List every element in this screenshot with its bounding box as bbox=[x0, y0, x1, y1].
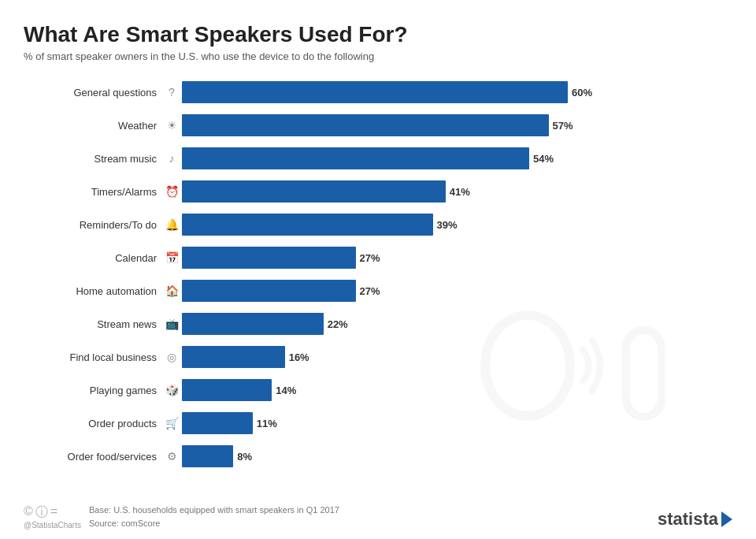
bar-track: 57% bbox=[182, 114, 732, 136]
bar-row: Weather☀57% bbox=[24, 110, 732, 141]
bar-label: Timers/Alarms bbox=[24, 186, 161, 198]
brand-arrow-icon bbox=[721, 511, 732, 527]
bar-fill bbox=[182, 280, 356, 302]
bar-label: Weather bbox=[24, 120, 161, 132]
bar-fill bbox=[182, 412, 253, 434]
bar-row: Stream music♪54% bbox=[24, 143, 732, 174]
bar-value: 27% bbox=[360, 252, 380, 264]
bar-value: 54% bbox=[533, 153, 554, 165]
base-text: Base: U.S. households equipped with smar… bbox=[89, 504, 339, 517]
bar-row: Playing games🎲14% bbox=[24, 374, 732, 406]
bar-icon: ♪ bbox=[161, 152, 182, 165]
bar-fill bbox=[182, 379, 272, 401]
bar-row: Home automation🏠27% bbox=[24, 275, 732, 307]
bar-value: 60% bbox=[572, 87, 592, 99]
chart-subtitle: % of smart speaker owners in the U.S. wh… bbox=[24, 50, 732, 62]
bar-fill bbox=[182, 214, 433, 236]
infographic-container: What Are Smart Speakers Used For? % of s… bbox=[0, 0, 756, 539]
bar-label: Stream music bbox=[24, 153, 161, 165]
bar-fill bbox=[182, 81, 568, 103]
bar-value: 27% bbox=[360, 285, 380, 297]
bar-icon: 🎲 bbox=[161, 384, 182, 396]
chart-title: What Are Smart Speakers Used For? bbox=[24, 22, 732, 47]
bar-row: Stream news📺22% bbox=[24, 308, 732, 340]
bar-icon: 🔔 bbox=[161, 218, 182, 231]
bar-track: 54% bbox=[182, 147, 732, 169]
bar-fill bbox=[182, 346, 285, 368]
bar-fill bbox=[182, 247, 356, 269]
bar-icon: ? bbox=[161, 86, 182, 99]
bar-label: Find local business bbox=[24, 351, 161, 363]
bar-track: 11% bbox=[182, 412, 732, 434]
bar-icon: 🏠 bbox=[161, 284, 182, 297]
bar-row: Order food/services⚙8% bbox=[24, 440, 732, 472]
bar-value: 39% bbox=[437, 219, 458, 231]
brand-name: statista bbox=[658, 509, 718, 530]
footer-left: © ⓘ = @StatistaCharts Base: U.S. househo… bbox=[24, 504, 339, 530]
bar-value: 8% bbox=[237, 451, 252, 463]
bar-icon: 🛒 bbox=[161, 417, 182, 429]
bar-fill bbox=[182, 445, 233, 467]
bar-label: Reminders/To do bbox=[24, 219, 161, 231]
bar-value: 14% bbox=[276, 385, 296, 396]
bar-icon: 📅 bbox=[161, 251, 182, 264]
footer-text: Base: U.S. households equipped with smar… bbox=[89, 504, 339, 530]
bar-track: 39% bbox=[182, 214, 732, 236]
bar-row: Order products🛒11% bbox=[24, 407, 732, 439]
bar-row: Timers/Alarms⏰41% bbox=[24, 176, 732, 207]
bar-fill bbox=[182, 147, 529, 169]
bar-value: 41% bbox=[450, 186, 470, 198]
source-text: Source: comScore bbox=[89, 517, 339, 530]
bar-track: 22% bbox=[182, 313, 732, 335]
bar-label: Order products bbox=[24, 418, 161, 429]
statista-brand: statista bbox=[658, 509, 732, 530]
bar-track: 60% bbox=[182, 81, 732, 103]
bar-row: Calendar📅27% bbox=[24, 242, 732, 273]
cc-icons-group: © ⓘ = @StatistaCharts bbox=[24, 504, 81, 530]
chart-footer: © ⓘ = @StatistaCharts Base: U.S. househo… bbox=[24, 504, 732, 530]
bar-value: 16% bbox=[289, 351, 309, 363]
bar-value: 11% bbox=[257, 418, 277, 429]
bar-fill bbox=[182, 114, 549, 136]
bar-icon: 📺 bbox=[161, 318, 182, 330]
info-icon: ⓘ bbox=[35, 504, 48, 521]
bar-track: 27% bbox=[182, 247, 732, 269]
bar-track: 27% bbox=[182, 280, 732, 302]
bar-icon: ⚙ bbox=[161, 450, 182, 463]
cc-icon: © bbox=[24, 504, 33, 521]
equals-icon: = bbox=[50, 504, 57, 521]
bar-value: 57% bbox=[553, 120, 573, 132]
bar-label: Home automation bbox=[24, 285, 161, 297]
bar-track: 16% bbox=[182, 346, 732, 368]
bar-icon: ☀ bbox=[161, 119, 182, 132]
bar-row: General questions?60% bbox=[24, 76, 732, 108]
bar-track: 14% bbox=[182, 379, 732, 401]
bar-row: Reminders/To do🔔39% bbox=[24, 209, 732, 240]
bar-fill bbox=[182, 313, 324, 335]
statista-handle: @StatistaCharts bbox=[24, 521, 81, 530]
bar-fill bbox=[182, 180, 446, 203]
bar-label: Stream news bbox=[24, 318, 161, 330]
bar-chart: General questions?60%Weather☀57%Stream m… bbox=[24, 76, 732, 474]
bar-icon: ⏰ bbox=[161, 185, 182, 198]
bar-track: 8% bbox=[182, 445, 732, 467]
bar-label: Calendar bbox=[24, 252, 161, 264]
bar-value: 22% bbox=[328, 318, 348, 330]
bar-label: General questions bbox=[24, 87, 161, 99]
bar-icon: ◎ bbox=[161, 351, 182, 363]
bar-label: Order food/services bbox=[24, 451, 161, 463]
bar-label: Playing games bbox=[24, 385, 161, 396]
bar-row: Find local business◎16% bbox=[24, 341, 732, 373]
bar-track: 41% bbox=[182, 180, 732, 203]
